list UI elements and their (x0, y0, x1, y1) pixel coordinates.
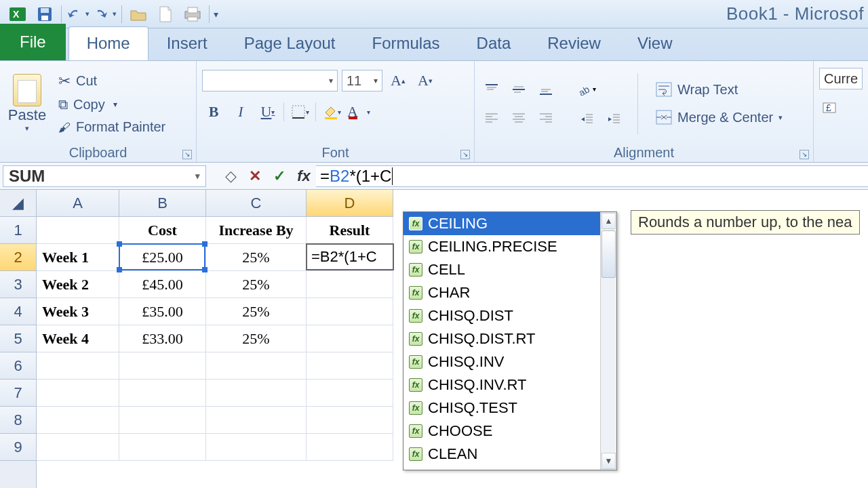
shrink-font-button[interactable]: A▾ (414, 69, 437, 92)
copy-button[interactable]: Copy▾ (56, 96, 168, 114)
merge-center-button[interactable]: Merge & Center ▾ (650, 107, 788, 128)
row-header[interactable]: 7 (0, 380, 36, 407)
row-header[interactable]: 1 (0, 217, 36, 244)
formula-input[interactable]: =B2*(1+C (316, 165, 868, 187)
row-header[interactable]: 8 (0, 407, 36, 434)
font-color-button[interactable]: A▾ (347, 100, 370, 123)
cell[interactable] (307, 407, 393, 434)
chevron-down-icon[interactable]: ▾ (85, 9, 90, 18)
cell[interactable]: £33.00 (119, 325, 206, 352)
paste-button[interactable]: Paste ▾ (5, 74, 49, 133)
excel-app-icon[interactable]: X (4, 3, 31, 25)
cell[interactable] (307, 325, 393, 352)
autocomplete-item[interactable]: fxCEILING.PRECISE (403, 235, 600, 258)
cell[interactable]: 25% (206, 325, 307, 352)
column-header[interactable]: B (119, 190, 206, 217)
align-right-button[interactable] (534, 108, 557, 127)
font-name-combo[interactable]: ▾ (202, 70, 338, 92)
cell[interactable]: £35.00 (119, 298, 206, 325)
cell[interactable]: Week 3 (37, 298, 119, 325)
cell[interactable] (206, 407, 307, 434)
accounting-format-button[interactable]: £ (819, 96, 842, 119)
cell[interactable]: £45.00 (119, 271, 206, 298)
row-header[interactable]: 4 (0, 298, 36, 325)
undo-icon[interactable]: ▾ (64, 3, 92, 25)
active-cell-edit[interactable]: =B2*(1+C (306, 243, 394, 270)
decrease-indent-button[interactable] (575, 108, 598, 127)
chevron-down-icon[interactable]: ▾ (113, 9, 117, 18)
new-file-icon[interactable] (152, 3, 179, 25)
cell[interactable] (307, 271, 393, 298)
tab-formulas[interactable]: Formulas (354, 26, 458, 60)
cell[interactable] (307, 434, 393, 461)
cell[interactable] (119, 352, 206, 380)
save-icon[interactable] (31, 3, 58, 25)
cell[interactable] (37, 407, 119, 434)
orientation-button[interactable]: ab▾ (575, 80, 598, 99)
borders-button[interactable]: ▾ (288, 100, 311, 123)
quick-print-icon[interactable] (179, 3, 206, 25)
format-painter-button[interactable]: Format Painter (56, 118, 168, 136)
align-bottom-button[interactable] (534, 80, 557, 99)
autocomplete-item[interactable]: fxCHOOSE (403, 420, 600, 443)
cell[interactable]: Week 1 (37, 244, 119, 271)
cell[interactable] (37, 434, 119, 461)
align-top-button[interactable] (480, 80, 503, 99)
autocomplete-item[interactable]: fxCHISQ.DIST.RT (403, 327, 600, 350)
row-header[interactable]: 3 (0, 271, 36, 298)
cell[interactable] (206, 380, 307, 407)
underline-button[interactable]: U▾ (256, 100, 279, 123)
cell[interactable] (206, 434, 307, 461)
open-file-icon[interactable] (125, 3, 152, 25)
tab-file[interactable]: File (0, 24, 66, 60)
row-header[interactable]: 5 (0, 325, 36, 352)
tab-page-layout[interactable]: Page Layout (226, 26, 354, 60)
customize-qat-icon[interactable]: ▾ (214, 9, 218, 20)
cells-area[interactable]: Cost Increase By Result Week 1 £25.00 25… (37, 217, 868, 461)
name-box[interactable]: SUM ▾ (3, 165, 206, 187)
cell[interactable] (119, 407, 206, 434)
cell[interactable] (37, 217, 119, 244)
autocomplete-item[interactable]: fxCHISQ.DIST (403, 304, 600, 327)
dialog-launcher-icon[interactable]: ↘ (460, 150, 470, 159)
scroll-down-icon[interactable]: ▼ (601, 453, 616, 469)
tab-data[interactable]: Data (458, 26, 530, 60)
cell[interactable]: Week 2 (37, 271, 119, 298)
italic-button[interactable]: I (229, 100, 252, 123)
cut-button[interactable]: Cut (56, 71, 168, 92)
scroll-up-icon[interactable]: ▲ (601, 213, 616, 229)
number-format-combo[interactable]: Curre (819, 68, 863, 89)
cell[interactable] (307, 380, 393, 407)
select-all-corner[interactable]: ◢ (0, 190, 36, 217)
dialog-launcher-icon[interactable]: ↘ (182, 150, 192, 159)
tab-view[interactable]: View (619, 26, 691, 60)
column-header[interactable]: D (307, 190, 393, 217)
autocomplete-item[interactable]: fxCODE (403, 466, 600, 470)
autocomplete-item[interactable]: fxCHAR (403, 281, 600, 304)
cell[interactable] (37, 352, 119, 380)
cell[interactable] (119, 434, 206, 461)
tab-home[interactable]: Home (68, 26, 149, 60)
cancel-formula-button[interactable]: ✕ (243, 165, 267, 187)
bold-button[interactable]: B (202, 100, 225, 123)
cell[interactable] (206, 352, 307, 380)
autocomplete-item[interactable]: fxCELL (403, 258, 600, 281)
row-header[interactable]: 2 (0, 244, 36, 271)
column-header[interactable]: A (37, 190, 119, 217)
scrollbar[interactable]: ▲ ▼ (600, 212, 616, 470)
row-header[interactable]: 6 (0, 352, 36, 380)
cell[interactable] (307, 298, 393, 325)
enter-formula-button[interactable]: ✓ (267, 165, 292, 187)
autocomplete-item[interactable]: fxCHISQ.INV (403, 350, 600, 373)
insert-function-button[interactable]: fx (292, 165, 316, 187)
cell[interactable] (37, 380, 119, 407)
wrap-text-button[interactable]: Wrap Text (650, 79, 788, 100)
dialog-launcher-icon[interactable]: ↘ (800, 150, 809, 159)
autocomplete-item[interactable]: fxCEILING (403, 212, 600, 235)
cell[interactable]: Increase By (206, 217, 307, 244)
range-selector-icon[interactable]: ◇ (218, 165, 243, 187)
align-center-button[interactable] (507, 108, 530, 127)
font-size-combo[interactable]: 11▾ (342, 70, 382, 92)
redo-icon[interactable]: ▾ (92, 3, 119, 25)
cell[interactable]: Cost (119, 217, 206, 244)
